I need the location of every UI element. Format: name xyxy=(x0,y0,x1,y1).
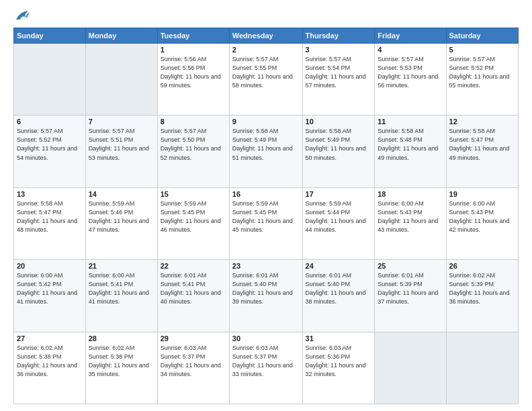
day-info: Sunrise: 5:57 AM Sunset: 5:55 PM Dayligh… xyxy=(232,55,300,90)
day-number: 18 xyxy=(378,190,443,198)
calendar-week-row: 1Sunrise: 5:56 AM Sunset: 5:56 PM Daylig… xyxy=(14,44,519,116)
day-info: Sunrise: 6:03 AM Sunset: 5:37 PM Dayligh… xyxy=(232,344,300,379)
calendar-cell: 11Sunrise: 5:58 AM Sunset: 5:48 PM Dayli… xyxy=(375,116,446,187)
day-info: Sunrise: 6:03 AM Sunset: 5:36 PM Dayligh… xyxy=(306,344,372,379)
day-number: 8 xyxy=(161,118,226,126)
day-number: 1 xyxy=(161,46,226,54)
day-info: Sunrise: 6:00 AM Sunset: 5:42 PM Dayligh… xyxy=(17,271,83,306)
day-info: Sunrise: 6:01 AM Sunset: 5:41 PM Dayligh… xyxy=(161,271,226,306)
day-info: Sunrise: 5:59 AM Sunset: 5:45 PM Dayligh… xyxy=(232,199,300,234)
weekday-header: Monday xyxy=(85,28,157,44)
calendar-cell: 14Sunrise: 5:59 AM Sunset: 5:46 PM Dayli… xyxy=(85,187,157,259)
calendar-cell: 19Sunrise: 6:00 AM Sunset: 5:43 PM Dayli… xyxy=(446,187,518,259)
day-info: Sunrise: 5:57 AM Sunset: 5:54 PM Dayligh… xyxy=(306,55,372,90)
day-number: 25 xyxy=(378,262,443,270)
day-info: Sunrise: 5:57 AM Sunset: 5:52 PM Dayligh… xyxy=(17,127,83,162)
day-info: Sunrise: 6:02 AM Sunset: 5:38 PM Dayligh… xyxy=(89,344,154,379)
calendar-cell: 25Sunrise: 6:01 AM Sunset: 5:39 PM Dayli… xyxy=(375,260,446,332)
weekday-header: Thursday xyxy=(302,28,375,44)
day-info: Sunrise: 6:01 AM Sunset: 5:40 PM Dayligh… xyxy=(232,271,300,306)
calendar-cell: 6Sunrise: 5:57 AM Sunset: 5:52 PM Daylig… xyxy=(14,116,86,187)
day-info: Sunrise: 5:57 AM Sunset: 5:50 PM Dayligh… xyxy=(161,127,226,162)
day-number: 19 xyxy=(449,190,515,198)
day-info: Sunrise: 6:01 AM Sunset: 5:39 PM Dayligh… xyxy=(378,271,443,306)
day-number: 10 xyxy=(306,118,372,126)
calendar-cell: 12Sunrise: 5:58 AM Sunset: 5:47 PM Dayli… xyxy=(446,116,518,187)
calendar-cell: 20Sunrise: 6:00 AM Sunset: 5:42 PM Dayli… xyxy=(14,260,86,332)
day-info: Sunrise: 6:02 AM Sunset: 5:38 PM Dayligh… xyxy=(17,344,83,379)
calendar-page: SundayMondayTuesdayWednesdayThursdayFrid… xyxy=(0,0,532,411)
day-number: 29 xyxy=(161,334,226,342)
header xyxy=(13,10,519,22)
day-number: 11 xyxy=(378,118,443,126)
day-number: 4 xyxy=(378,46,443,54)
calendar-cell: 9Sunrise: 5:58 AM Sunset: 5:49 PM Daylig… xyxy=(229,116,302,187)
day-number: 16 xyxy=(232,190,300,198)
day-number: 20 xyxy=(17,262,83,270)
weekday-header: Wednesday xyxy=(229,28,302,44)
calendar-cell: 4Sunrise: 5:57 AM Sunset: 5:53 PM Daylig… xyxy=(375,44,446,116)
calendar-cell: 29Sunrise: 6:03 AM Sunset: 5:37 PM Dayli… xyxy=(157,332,229,404)
day-number: 23 xyxy=(232,262,300,270)
weekday-header: Friday xyxy=(375,28,446,44)
day-number: 21 xyxy=(89,262,154,270)
day-info: Sunrise: 6:00 AM Sunset: 5:43 PM Dayligh… xyxy=(378,199,443,234)
day-number: 22 xyxy=(161,262,226,270)
day-info: Sunrise: 6:00 AM Sunset: 5:41 PM Dayligh… xyxy=(89,271,154,306)
weekday-header: Tuesday xyxy=(157,28,229,44)
calendar-week-row: 27Sunrise: 6:02 AM Sunset: 5:38 PM Dayli… xyxy=(14,332,519,404)
day-number: 6 xyxy=(17,118,83,126)
day-number: 14 xyxy=(89,190,154,198)
calendar-cell: 15Sunrise: 5:59 AM Sunset: 5:45 PM Dayli… xyxy=(157,187,229,259)
day-info: Sunrise: 5:57 AM Sunset: 5:52 PM Dayligh… xyxy=(449,55,515,90)
day-info: Sunrise: 6:03 AM Sunset: 5:37 PM Dayligh… xyxy=(161,344,226,379)
day-number: 7 xyxy=(89,118,154,126)
calendar-cell: 1Sunrise: 5:56 AM Sunset: 5:56 PM Daylig… xyxy=(157,44,229,116)
day-info: Sunrise: 5:59 AM Sunset: 5:45 PM Dayligh… xyxy=(161,199,226,234)
calendar-cell: 3Sunrise: 5:57 AM Sunset: 5:54 PM Daylig… xyxy=(302,44,375,116)
day-number: 2 xyxy=(232,46,300,54)
calendar-cell: 23Sunrise: 6:01 AM Sunset: 5:40 PM Dayli… xyxy=(229,260,302,332)
calendar-cell: 16Sunrise: 5:59 AM Sunset: 5:45 PM Dayli… xyxy=(229,187,302,259)
day-info: Sunrise: 5:58 AM Sunset: 5:49 PM Dayligh… xyxy=(232,127,300,162)
day-info: Sunrise: 5:58 AM Sunset: 5:49 PM Dayligh… xyxy=(306,127,372,162)
calendar-cell: 5Sunrise: 5:57 AM Sunset: 5:52 PM Daylig… xyxy=(446,44,518,116)
logo xyxy=(13,10,30,22)
day-info: Sunrise: 5:57 AM Sunset: 5:51 PM Dayligh… xyxy=(89,127,154,162)
weekday-header-row: SundayMondayTuesdayWednesdayThursdayFrid… xyxy=(14,28,519,44)
calendar-cell xyxy=(446,332,518,404)
calendar-cell: 21Sunrise: 6:00 AM Sunset: 5:41 PM Dayli… xyxy=(85,260,157,332)
day-number: 31 xyxy=(306,334,372,342)
weekday-header: Saturday xyxy=(446,28,518,44)
calendar-cell: 8Sunrise: 5:57 AM Sunset: 5:50 PM Daylig… xyxy=(157,116,229,187)
calendar-cell: 28Sunrise: 6:02 AM Sunset: 5:38 PM Dayli… xyxy=(85,332,157,404)
logo-bird-icon xyxy=(15,10,30,22)
day-number: 27 xyxy=(17,334,83,342)
calendar-cell xyxy=(85,44,157,116)
day-info: Sunrise: 6:01 AM Sunset: 5:40 PM Dayligh… xyxy=(306,271,372,306)
calendar-cell xyxy=(375,332,446,404)
calendar-cell: 17Sunrise: 5:59 AM Sunset: 5:44 PM Dayli… xyxy=(302,187,375,259)
day-number: 15 xyxy=(161,190,226,198)
day-info: Sunrise: 5:58 AM Sunset: 5:47 PM Dayligh… xyxy=(17,199,83,234)
weekday-header: Sunday xyxy=(14,28,86,44)
calendar-cell xyxy=(14,44,86,116)
day-info: Sunrise: 5:58 AM Sunset: 5:47 PM Dayligh… xyxy=(449,127,515,162)
day-info: Sunrise: 5:56 AM Sunset: 5:56 PM Dayligh… xyxy=(161,55,226,90)
day-info: Sunrise: 6:02 AM Sunset: 5:39 PM Dayligh… xyxy=(449,271,515,306)
day-info: Sunrise: 5:57 AM Sunset: 5:53 PM Dayligh… xyxy=(378,55,443,90)
calendar-cell: 30Sunrise: 6:03 AM Sunset: 5:37 PM Dayli… xyxy=(229,332,302,404)
calendar-cell: 26Sunrise: 6:02 AM Sunset: 5:39 PM Dayli… xyxy=(446,260,518,332)
day-number: 9 xyxy=(232,118,300,126)
day-number: 12 xyxy=(449,118,515,126)
calendar-cell: 2Sunrise: 5:57 AM Sunset: 5:55 PM Daylig… xyxy=(229,44,302,116)
calendar-cell: 13Sunrise: 5:58 AM Sunset: 5:47 PM Dayli… xyxy=(14,187,86,259)
calendar-cell: 31Sunrise: 6:03 AM Sunset: 5:36 PM Dayli… xyxy=(302,332,375,404)
calendar-cell: 24Sunrise: 6:01 AM Sunset: 5:40 PM Dayli… xyxy=(302,260,375,332)
day-number: 28 xyxy=(89,334,154,342)
day-number: 5 xyxy=(449,46,515,54)
day-info: Sunrise: 5:59 AM Sunset: 5:44 PM Dayligh… xyxy=(306,199,372,234)
calendar-week-row: 20Sunrise: 6:00 AM Sunset: 5:42 PM Dayli… xyxy=(14,260,519,332)
calendar-cell: 27Sunrise: 6:02 AM Sunset: 5:38 PM Dayli… xyxy=(14,332,86,404)
calendar-cell: 22Sunrise: 6:01 AM Sunset: 5:41 PM Dayli… xyxy=(157,260,229,332)
